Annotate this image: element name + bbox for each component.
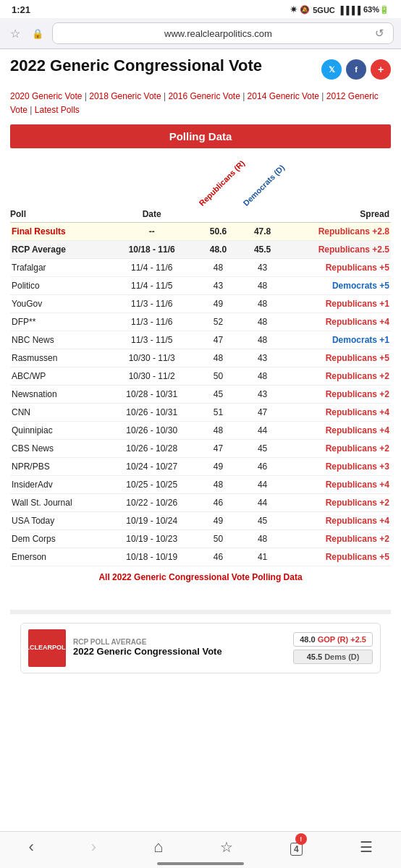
poll-name[interactable]: YouGov [10,294,108,312]
poll-date: 10/26 - 10/31 [108,403,196,421]
polling-data-header: Polling Data [10,124,391,148]
table-row: Emerson 10/18 - 10/19 46 41 Republicans … [10,548,391,566]
poll-spread: Republicans +4 [284,511,391,529]
poll-rep: 50 [196,367,240,385]
home-indicator [157,862,244,865]
nav-bookmark-button[interactable]: ☆ [220,838,233,856]
poll-spread: Republicans +2 [284,367,391,385]
col-header-poll: Poll [10,157,108,222]
poll-name[interactable]: ABC/WP [10,367,108,385]
rcp-card: REAL CLEAR POLITICS RCP POLL AVERAGE 202… [20,623,381,673]
poll-rep: 52 [196,312,240,331]
poll-date: 10/26 - 10/30 [108,421,196,439]
poll-rep: 49 [196,294,240,312]
link-2016[interactable]: 2016 Generic Vote [168,91,240,101]
poll-name[interactable]: NBC News [10,331,108,349]
share-plus-button[interactable]: + [371,59,391,80]
poll-table: Poll Date Republicans (R) Democrats (D) … [10,157,391,566]
notification-badge: ! [295,833,307,845]
table-row: RCP Average 10/18 - 11/6 48.0 45.5 Repub… [10,240,391,258]
poll-date: 10/24 - 10/27 [108,457,196,475]
table-row: USA Today 10/19 - 10/24 49 45 Republican… [10,511,391,529]
battery-label: 63%🔋 [363,5,389,14]
poll-date: 11/4 - 11/6 [108,258,196,276]
poll-name[interactable]: Politico [10,276,108,294]
address-bar[interactable]: www.realclearpolitics.com ↺ [52,22,394,44]
col-header-spread: Spread [284,157,391,222]
poll-name[interactable]: USA Today [10,511,108,529]
poll-date: 10/30 - 11/3 [108,349,196,367]
poll-spread: Republicans +2.5 [284,240,391,258]
poll-date: 10/25 - 10/25 [108,475,196,493]
gop-num: 48.0 [300,635,315,644]
poll-spread: Republicans +2 [284,439,391,457]
poll-date: 10/19 - 10/24 [108,511,196,529]
url-text: www.realclearpolitics.com [62,28,375,39]
poll-name[interactable]: Rasmussen [10,349,108,367]
facebook-button[interactable]: f [346,59,366,80]
poll-date: 10/18 - 10/19 [108,548,196,566]
poll-spread: Republicans +2.8 [284,222,391,240]
rcp-info: RCP POLL AVERAGE 2022 Generic Congressio… [73,638,286,658]
poll-name[interactable]: InsiderAdv [10,475,108,493]
nav-menu-button[interactable]: ☰ [360,838,373,856]
poll-dem: 44 [240,421,284,439]
poll-name[interactable]: Trafalgar [10,258,108,276]
rcp-logo: REAL CLEAR POLITICS [28,629,66,667]
time: 1:21 [12,4,30,15]
poll-name[interactable]: Emerson [10,548,108,566]
table-row: DFP** 11/3 - 11/6 52 48 Republicans +4 [10,312,391,331]
status-icons: ✷ 🔕 5GUC ▐▐▐▐ 63%🔋 [290,5,389,14]
poll-rep: 48 [196,475,240,493]
poll-rep: 50 [196,529,240,548]
poll-dem: 47 [240,403,284,421]
poll-name[interactable]: Quinnipiac [10,421,108,439]
table-row: Wall St. Journal 10/22 - 10/26 46 44 Rep… [10,493,391,511]
poll-dem: 44 [240,493,284,511]
nav-forward-button[interactable]: › [91,838,96,856]
poll-date: 10/22 - 10/26 [108,493,196,511]
table-row: Rasmussen 10/30 - 11/3 48 43 Republicans… [10,349,391,367]
twitter-button[interactable]: 𝕏 [321,59,342,80]
dem-label: Dems (D) [324,652,359,661]
nav-back-button[interactable]: ‹ [28,838,33,856]
poll-name[interactable]: Wall St. Journal [10,493,108,511]
poll-spread: Republicans +1 [284,294,391,312]
poll-dem: 48 [240,529,284,548]
poll-spread: Republicans +5 [284,548,391,566]
poll-name[interactable]: CBS News [10,439,108,457]
poll-name[interactable]: CNN [10,403,108,421]
poll-dem: 48 [240,276,284,294]
poll-rep: 51 [196,403,240,421]
poll-spread: Democrats +1 [284,331,391,349]
poll-dem: 43 [240,349,284,367]
rcp-card-title: 2022 Generic Congressional Vote [73,646,286,658]
poll-rep: 46 [196,493,240,511]
poll-rep: 48 [196,349,240,367]
table-row: ABC/WP 10/30 - 11/2 50 48 Republicans +2 [10,367,391,385]
poll-spread: Republicans +2 [284,529,391,548]
table-row: CNN 10/26 - 10/31 51 47 Republicans +4 [10,403,391,421]
poll-dem: 43 [240,385,284,403]
poll-name[interactable]: Newsnation [10,385,108,403]
poll-rep: 46 [196,548,240,566]
back-button[interactable]: ☆ [7,25,23,42]
nav-tabs-button[interactable]: 4 ! [290,839,303,856]
poll-date: 10/30 - 11/2 [108,367,196,385]
poll-dem: 41 [240,548,284,566]
link-2014[interactable]: 2014 Generic Vote [248,91,319,101]
all-data-link[interactable]: All 2022 Generic Congressional Vote Poll… [10,566,391,588]
poll-rep: 50.6 [196,222,240,240]
table-row: CBS News 10/26 - 10/28 47 45 Republicans… [10,439,391,457]
poll-name[interactable]: NPR/PBS [10,457,108,475]
rcp-scores: 48.0 GOP (R) +2.5 45.5 Dems (D) [293,632,373,664]
poll-name[interactable]: DFP** [10,312,108,331]
poll-name[interactable]: Dem Corps [10,529,108,548]
nav-home-button[interactable]: ⌂ [153,838,163,856]
link-2020[interactable]: 2020 Generic Vote [10,91,82,101]
link-latest[interactable]: Latest Polls [35,105,80,115]
link-2018[interactable]: 2018 Generic Vote [89,91,161,101]
page-content: 2022 Generic Congressional Vote 𝕏 f + 20… [0,49,401,689]
reload-button[interactable]: ↺ [375,27,384,40]
poll-spread: Democrats +5 [284,276,391,294]
